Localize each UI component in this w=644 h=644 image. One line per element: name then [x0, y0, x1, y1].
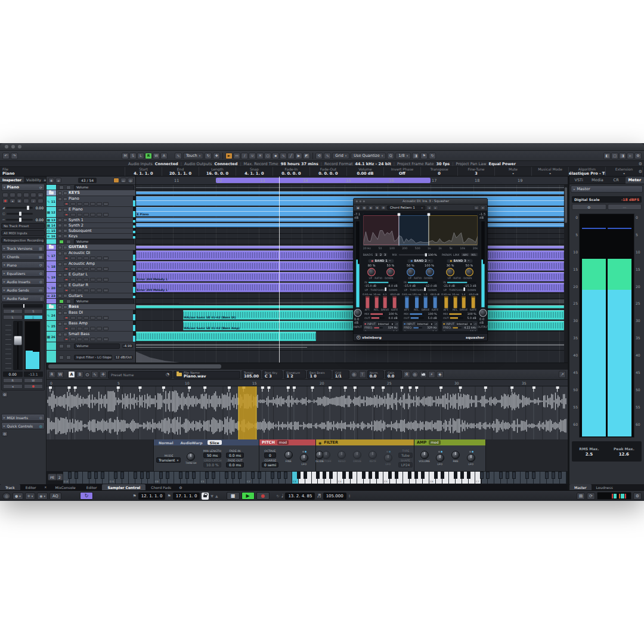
black-key[interactable]	[480, 472, 484, 479]
more-button[interactable]: ⋯	[103, 202, 109, 206]
plugin-ab-icon[interactable]: ≡	[368, 205, 373, 209]
black-key[interactable]	[251, 472, 255, 479]
row-volume[interactable]: Volume-4.99	[47, 342, 135, 351]
inserts-state-button[interactable]	[83, 256, 89, 260]
inserts-state-button[interactable]	[83, 327, 89, 330]
read-button[interactable]	[90, 278, 95, 281]
playhead-position[interactable]: 13. 2. 4. 85	[285, 493, 315, 500]
record-arm-button[interactable]	[64, 289, 69, 292]
write-button[interactable]	[97, 289, 102, 292]
black-key[interactable]	[349, 472, 352, 479]
audio-event[interactable]	[136, 246, 564, 249]
volume-slider[interactable]	[6, 207, 33, 209]
black-key[interactable]	[212, 472, 215, 479]
black-key[interactable]	[421, 472, 425, 479]
black-key[interactable]	[179, 472, 182, 479]
black-key[interactable]	[88, 472, 91, 479]
tempo-icon[interactable]: ♬	[317, 493, 321, 499]
row-guitars[interactable]: GUITARS	[47, 244, 135, 250]
solo-button[interactable]	[63, 224, 67, 227]
info-field-fine-tune[interactable]: Fine-Tune3	[458, 167, 495, 176]
section-equalizers[interactable]: ▸Equalizers⊙	[1, 270, 45, 277]
status-value[interactable]: Connected	[214, 162, 237, 166]
inspector-settings-gear-icon[interactable]: ⚙	[2, 431, 8, 436]
black-key[interactable]	[329, 472, 333, 479]
sc-listen-icon[interactable]: ◁	[435, 322, 437, 325]
tempo-spinner[interactable]: ↕	[348, 494, 351, 498]
solo-button[interactable]	[63, 305, 67, 309]
read-button[interactable]	[90, 327, 95, 330]
marker-icon[interactable]: ⚑	[420, 153, 428, 159]
editor-read-button[interactable]: R	[48, 371, 55, 378]
tab-mixconsole[interactable]: MixConsole	[49, 484, 80, 490]
zone-flyout-icon[interactable]: ▹	[627, 153, 634, 159]
arrange-row-volume[interactable]	[136, 342, 564, 351]
section-audio-fader[interactable]: ▾Audio Fader▯	[1, 295, 45, 302]
track-guitars[interactable]: ≡23Guitars	[47, 293, 135, 299]
volume-knob[interactable]	[420, 451, 429, 459]
black-key[interactable]	[185, 472, 189, 479]
fader-pan-control[interactable]	[3, 304, 43, 308]
add-track-icon[interactable]: ✚	[48, 178, 54, 183]
black-key[interactable]	[284, 472, 287, 479]
lane-read-button[interactable]	[59, 355, 64, 360]
envelope-slider[interactable]	[366, 296, 369, 308]
automation-icon[interactable]: ∿	[175, 153, 182, 159]
black-key[interactable]	[166, 472, 169, 479]
punch-mode-combo[interactable]: ✛▾	[25, 493, 36, 500]
black-key[interactable]	[395, 472, 398, 479]
envelope-slider[interactable]	[472, 296, 475, 308]
band-count-1[interactable]: 1	[374, 253, 379, 256]
track-e-piano[interactable]: ▦12E Piano⋯	[47, 207, 135, 218]
read-button[interactable]	[90, 316, 95, 320]
tab-chord-pads[interactable]: Chord Pads	[145, 484, 177, 490]
tab-audiowarp[interactable]: AudioWarp	[178, 440, 205, 445]
mute-button[interactable]	[58, 273, 62, 277]
black-key[interactable]	[114, 472, 117, 479]
time-format-icon[interactable]: ♩	[281, 493, 284, 499]
band-power-icon[interactable]: ◦	[389, 259, 391, 263]
zone-left-icon[interactable]: ◧	[603, 153, 611, 159]
solo-button[interactable]	[63, 246, 67, 249]
inserts-state-button[interactable]	[83, 278, 89, 281]
monitor-button[interactable]	[70, 278, 76, 281]
automation-settings-icon[interactable]: ↻	[205, 153, 212, 159]
read-button[interactable]	[90, 202, 95, 206]
meter-reset-icon[interactable]: ⋯	[608, 204, 642, 210]
preset-next-icon[interactable]: ▸	[433, 205, 438, 209]
arrange-row-subsequent[interactable]	[136, 228, 564, 234]
more-button[interactable]: ⋯	[103, 278, 109, 281]
black-key[interactable]	[68, 472, 72, 479]
edit-channel-button[interactable]	[77, 338, 82, 341]
black-key[interactable]	[146, 472, 150, 479]
global-s-button[interactable]: S	[129, 153, 137, 159]
info-field-algorithm[interactable]: Algorithmélastique Pro - Time	[569, 167, 606, 176]
delay-slider-handle[interactable]	[19, 218, 21, 222]
tab-inspector[interactable]: Inspector	[0, 177, 24, 182]
auto-fades-button[interactable]	[38, 199, 44, 203]
crossover-1-handle[interactable]	[399, 213, 400, 246]
cycle-region[interactable]	[216, 178, 431, 183]
sc-listen-icon[interactable]: ◁	[395, 322, 398, 325]
zone-lower-icon[interactable]: ▢	[611, 153, 618, 159]
fader-read-button[interactable]: R	[3, 378, 23, 383]
black-key[interactable]	[558, 472, 562, 479]
tab-loudness[interactable]: Loudness	[592, 484, 618, 490]
black-key[interactable]	[342, 472, 346, 479]
section-quick-controls[interactable]: ▸Quick Controls◎	[1, 422, 45, 429]
more-button[interactable]: ⋯	[103, 289, 109, 292]
black-key[interactable]	[532, 472, 535, 479]
zero-crossing-icon[interactable]: ⊤	[359, 371, 366, 378]
audio-event[interactable]	[136, 332, 316, 341]
info-field-fade-out[interactable]: Fade-Out0. 0. 0. 0	[310, 167, 347, 176]
monitor-button[interactable]	[70, 327, 76, 330]
sc-input-combo[interactable]: Internal▾	[377, 322, 394, 326]
quantize-value-combo[interactable]: 1/8▾	[395, 153, 411, 159]
edit-channel-button[interactable]	[77, 267, 82, 271]
editor-ruler[interactable]: 05101520253035	[47, 380, 568, 386]
section-track-versions[interactable]: ▸Track Versions▥	[1, 244, 45, 252]
editor-field-signature[interactable]: Signature1 2	[284, 370, 306, 379]
audio-event[interactable]	[136, 223, 564, 227]
coarse-value[interactable]: 0 semi	[262, 462, 278, 467]
mute-button[interactable]	[58, 229, 62, 233]
